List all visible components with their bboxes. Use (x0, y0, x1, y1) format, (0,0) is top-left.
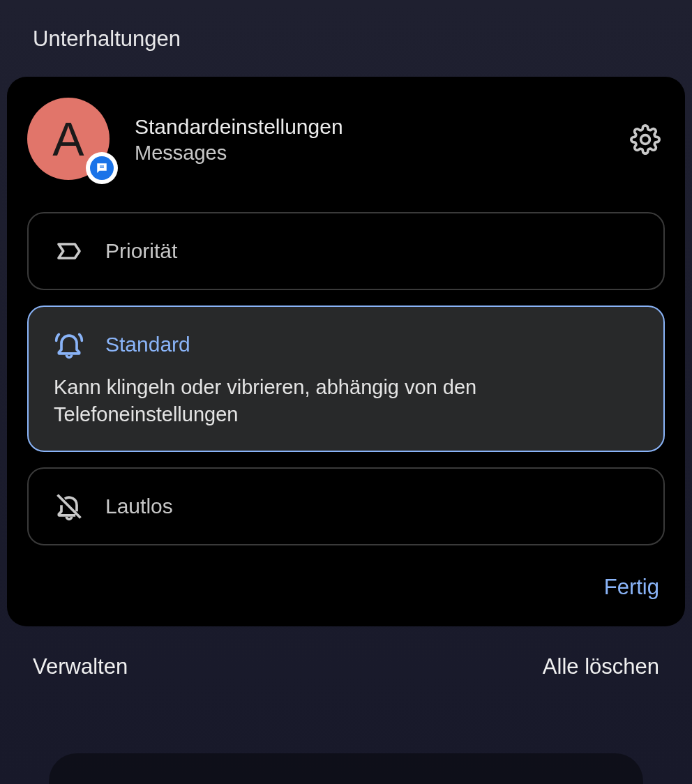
priority-icon (54, 236, 84, 266)
section-title: Unterhaltungen (0, 0, 692, 52)
header-title: Standardeinstellungen (135, 115, 605, 139)
notification-options: Priorität Standard Kann klingeln oder vi… (27, 212, 665, 545)
background-element (49, 753, 643, 784)
messages-icon (90, 156, 114, 180)
avatar: A (27, 98, 111, 181)
done-button[interactable]: Fertig (604, 575, 659, 599)
app-badge (86, 152, 118, 184)
notification-settings-card: A Standardeinstellungen Messages (7, 77, 685, 626)
option-priority[interactable]: Priorität (27, 212, 665, 290)
manage-button[interactable]: Verwalten (33, 654, 128, 679)
bell-ring-icon (54, 329, 84, 360)
option-silent[interactable]: Lautlos (27, 467, 665, 545)
bell-off-icon (54, 491, 84, 522)
clear-all-button[interactable]: Alle löschen (543, 654, 659, 679)
option-standard[interactable]: Standard Kann klingeln oder vibrieren, a… (27, 306, 665, 452)
settings-button[interactable] (629, 123, 662, 156)
header-subtitle: Messages (135, 142, 605, 165)
option-standard-description: Kann klingeln oder vibrieren, abhängig v… (54, 374, 638, 428)
done-button-wrap: Fertig (27, 575, 665, 600)
gear-icon (630, 124, 661, 155)
header-text: Standardeinstellungen Messages (135, 115, 605, 165)
option-standard-label: Standard (105, 333, 190, 356)
avatar-letter: A (52, 112, 84, 166)
bottom-bar: Verwalten Alle löschen (0, 626, 692, 679)
option-silent-label: Lautlos (105, 495, 173, 518)
option-priority-label: Priorität (105, 239, 177, 263)
card-header: A Standardeinstellungen Messages (27, 98, 665, 181)
